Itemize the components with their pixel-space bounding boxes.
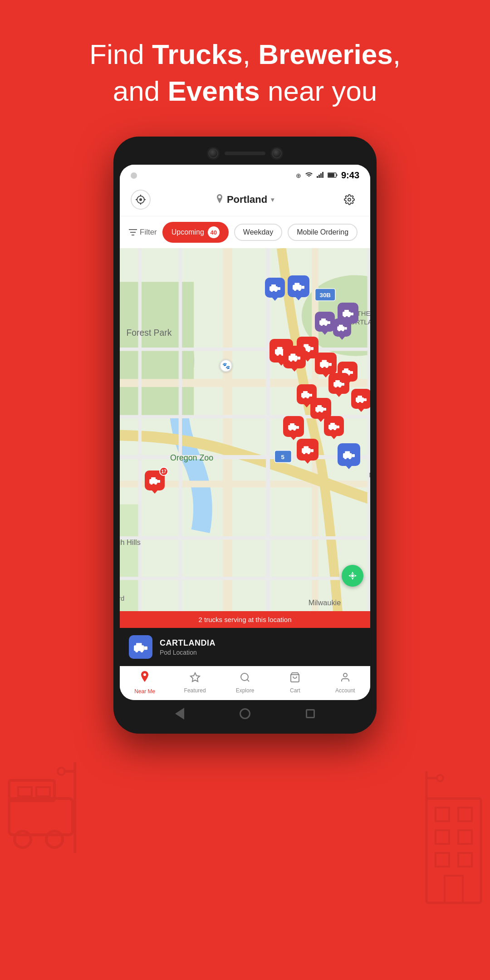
battery-icon <box>328 172 338 180</box>
phone-camera-bar <box>120 145 370 165</box>
explore-icon <box>240 672 250 686</box>
upcoming-badge: 40 <box>208 226 220 238</box>
svg-rect-102 <box>277 347 283 351</box>
featured-icon <box>190 672 201 686</box>
svg-point-171 <box>351 574 354 577</box>
svg-rect-77 <box>271 284 276 288</box>
svg-point-2 <box>15 831 31 848</box>
truck-marker-purple-1[interactable] <box>315 312 335 332</box>
filter-label[interactable]: Filter <box>129 228 157 237</box>
svg-rect-137 <box>358 396 362 399</box>
svg-rect-0 <box>9 799 73 835</box>
phone-screen: ⊕ 9:43 <box>120 165 370 700</box>
svg-line-178 <box>247 680 249 681</box>
location-name: CARTLANDIA <box>160 638 361 648</box>
svg-rect-85 <box>302 286 305 289</box>
chevron-down-icon: ▾ <box>271 196 274 203</box>
truck-marker-blue-1[interactable] <box>265 278 285 298</box>
svg-rect-25 <box>328 173 334 177</box>
svg-rect-132 <box>303 391 308 394</box>
camera-lens-right <box>272 148 282 158</box>
home-button[interactable] <box>238 706 252 721</box>
svg-rect-130 <box>342 383 344 386</box>
info-card-header: 2 trucks serving at this location <box>120 611 370 628</box>
explore-label: Explore <box>236 687 255 694</box>
svg-rect-120 <box>329 363 332 366</box>
status-icons: ⊕ 9:43 <box>296 170 359 181</box>
nav-item-near-me[interactable]: Near Me <box>127 671 163 695</box>
truck-marker-blue-2[interactable] <box>288 275 309 297</box>
svg-rect-82 <box>294 283 299 287</box>
account-icon <box>340 672 351 686</box>
truck-marker-cartlandia[interactable] <box>297 439 318 461</box>
wifi-icon <box>305 172 313 180</box>
cart-icon <box>289 672 300 686</box>
svg-point-3 <box>46 831 63 848</box>
svg-rect-80 <box>278 287 280 290</box>
status-time: 9:43 <box>341 170 359 181</box>
svg-rect-145 <box>323 408 326 411</box>
zoo-marker[interactable]: 🐾 <box>220 359 232 372</box>
filter-chip-mobile-ordering[interactable]: Mobile Ordering <box>288 224 358 241</box>
truck-marker-red-8[interactable] <box>351 389 370 409</box>
back-button[interactable] <box>172 706 187 721</box>
city-selector[interactable]: Portland ▾ <box>216 194 274 206</box>
recents-button[interactable] <box>303 706 318 721</box>
phone-nav-buttons <box>120 700 370 725</box>
location-avatar <box>129 635 152 659</box>
location-info-card[interactable]: 2 trucks serving at this location CARTLA… <box>120 611 370 666</box>
svg-rect-112 <box>290 354 295 358</box>
svg-rect-170 <box>157 480 160 483</box>
truck-marker-cluster-left[interactable]: 17 <box>145 470 165 490</box>
map-background: 30B 5 205 Forest Park NORTHWEST PORTLAND… <box>120 248 370 666</box>
svg-rect-20 <box>317 176 318 178</box>
status-dot <box>131 172 137 179</box>
speaker-bar <box>225 152 265 155</box>
svg-rect-22 <box>320 173 322 178</box>
svg-rect-142 <box>317 405 322 408</box>
nav-item-account[interactable]: Account <box>327 672 363 694</box>
svg-rect-125 <box>350 371 353 374</box>
svg-rect-147 <box>290 423 294 426</box>
svg-rect-160 <box>311 449 314 452</box>
truck-marker-red-3[interactable] <box>283 346 306 368</box>
account-label: Account <box>335 687 355 694</box>
svg-point-180 <box>343 673 347 677</box>
filter-chip-weekday[interactable]: Weekday <box>234 224 282 241</box>
truck-marker-red-4[interactable] <box>315 353 337 374</box>
svg-rect-100 <box>344 327 347 329</box>
settings-button[interactable] <box>339 190 359 210</box>
svg-point-177 <box>241 673 248 681</box>
svg-rect-23 <box>322 172 323 178</box>
svg-rect-90 <box>328 321 330 324</box>
locator-button[interactable] <box>131 190 151 210</box>
filter-chip-upcoming[interactable]: Upcoming 40 <box>162 222 229 243</box>
phone-frame: ⊕ 9:43 <box>113 137 377 734</box>
svg-rect-140 <box>364 398 367 401</box>
nav-item-explore[interactable]: Explore <box>227 672 263 694</box>
svg-point-103 <box>276 353 279 356</box>
map-area[interactable]: 30B 5 205 Forest Park NORTHWEST PORTLAND… <box>120 248 370 666</box>
svg-rect-97 <box>339 325 343 328</box>
truck-marker-red-10[interactable] <box>283 416 304 437</box>
svg-rect-173 <box>136 643 142 647</box>
recenter-button[interactable] <box>342 565 363 587</box>
nav-item-cart[interactable]: Cart <box>277 672 313 694</box>
svg-rect-110 <box>311 347 314 350</box>
truck-marker-blue-3[interactable] <box>338 443 360 466</box>
svg-rect-95 <box>351 313 353 315</box>
near-me-label: Near Me <box>134 688 155 695</box>
svg-point-19 <box>437 775 443 781</box>
truck-marker-red-6[interactable] <box>328 373 349 394</box>
svg-rect-162 <box>345 451 350 455</box>
truck-marker-purple-3[interactable] <box>333 318 351 337</box>
svg-rect-87 <box>321 318 326 322</box>
nav-item-featured[interactable]: Featured <box>177 672 213 694</box>
svg-rect-15 <box>458 853 472 867</box>
svg-point-175 <box>140 650 143 652</box>
location-pin-icon <box>216 194 223 206</box>
app-header: Portland ▾ <box>120 183 370 216</box>
bottom-navigation: Near Me Featured <box>120 666 370 700</box>
truck-marker-red-11[interactable] <box>324 416 344 436</box>
status-bar: ⊕ 9:43 <box>120 165 370 183</box>
